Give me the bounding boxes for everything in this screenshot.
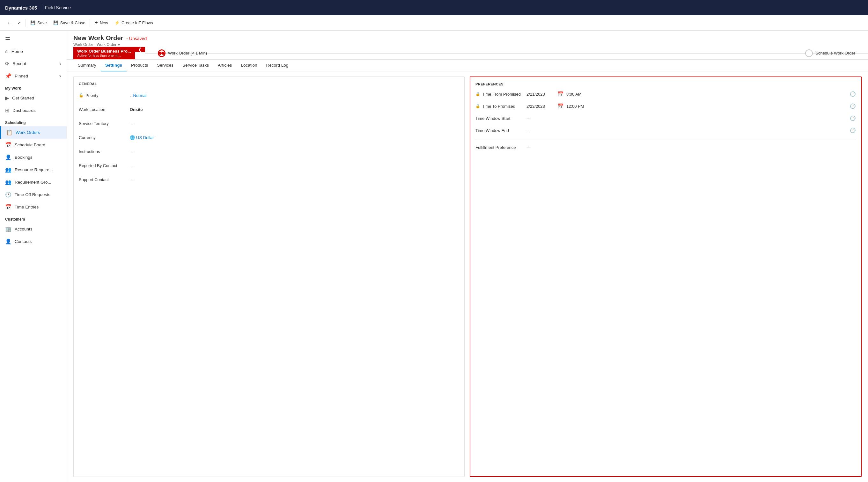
time-window-end-row: Time Window End --- 🕐 xyxy=(475,128,856,133)
tab-articles[interactable]: Articles xyxy=(213,60,236,71)
tab-settings[interactable]: Settings xyxy=(101,60,127,71)
sidebar-item-contacts[interactable]: 👤 Contacts xyxy=(0,235,67,248)
tab-record-log[interactable]: Record Log xyxy=(261,60,293,71)
lock-icon: 🔒 xyxy=(475,92,480,96)
stage-timeline: Work Order (< 1 Min) Schedule Work Order xyxy=(145,50,868,57)
sidebar-item-label: Contacts xyxy=(15,239,32,244)
stage1-label: Work Order (< 1 Min) xyxy=(168,51,207,56)
clock-icon-2[interactable]: 🕐 xyxy=(850,103,856,109)
sidebar-item-dashboards[interactable]: ⊞ Dashboards xyxy=(0,104,67,117)
calendar-icon-2[interactable]: 📅 xyxy=(558,103,564,109)
sidebar-item-work-orders[interactable]: 📋 Work Orders xyxy=(0,126,67,139)
sidebar-item-pinned[interactable]: 📌 Pinned ∨ xyxy=(0,70,67,82)
lock-icon: 🔒 xyxy=(79,93,84,98)
sidebar: ☰ ⌂ Home ⟳ Recent ∨ 📌 Pinned ∨ My Work ▶… xyxy=(0,31,67,482)
time-window-start-value[interactable]: --- xyxy=(526,116,850,121)
active-stage[interactable]: Work Order Business Pro... Active for le… xyxy=(73,47,135,59)
time-from-promised-row: 🔒 Time From Promised 2/21/2023 📅 8:00 AM… xyxy=(475,91,856,97)
new-icon: + xyxy=(94,20,98,26)
reported-by-label: Reported By Contact xyxy=(79,163,130,168)
form-content: GENERAL 🔒 Priority ↕Normal Work Location… xyxy=(67,71,868,482)
user-icon: 👤 xyxy=(5,154,11,160)
recent-icon: ⟳ xyxy=(5,61,9,67)
sidebar-item-schedule-board[interactable]: 📅 Schedule Board xyxy=(0,139,67,151)
instructions-value[interactable]: --- xyxy=(130,149,459,154)
general-section: GENERAL 🔒 Priority ↕Normal Work Location… xyxy=(73,76,465,477)
sidebar-menu-icon[interactable]: ☰ xyxy=(0,31,67,45)
top-nav: Dynamics 365 Field Service xyxy=(0,0,868,15)
back-button[interactable]: ← xyxy=(4,19,14,27)
section-customers: Customers xyxy=(0,213,67,223)
sidebar-item-label: Accounts xyxy=(15,227,33,231)
service-territory-value[interactable]: --- xyxy=(130,121,459,126)
stage-sub: Active for less than one mi... xyxy=(77,54,131,57)
clock-icon: 🕐 xyxy=(5,192,11,198)
work-location-label: Work Location xyxy=(79,107,130,112)
sidebar-item-recent[interactable]: ⟳ Recent ∨ xyxy=(0,57,67,70)
calendar-icon-1[interactable]: 📅 xyxy=(558,91,564,97)
sidebar-item-time-entries[interactable]: 📅 Time Entries xyxy=(0,201,67,213)
clock-icon-4[interactable]: 🕐 xyxy=(850,128,856,133)
support-contact-value[interactable]: --- xyxy=(130,177,459,182)
sidebar-item-time-off-requests[interactable]: 🕐 Time Off Requests xyxy=(0,188,67,201)
calendar2-icon: 📅 xyxy=(5,204,11,210)
save-close-button[interactable]: 💾 Save & Close xyxy=(50,19,89,27)
toolbar-divider-2 xyxy=(90,19,90,27)
stage-bar: Work Order Business Pro... Active for le… xyxy=(67,47,868,60)
tab-products[interactable]: Products xyxy=(127,60,152,71)
currency-label: Currency xyxy=(79,135,130,140)
tab-services[interactable]: Services xyxy=(152,60,178,71)
clock-icon-3[interactable]: 🕐 xyxy=(850,116,856,121)
currency-value[interactable]: 🌐US Dollar xyxy=(130,135,459,140)
reported-by-value[interactable]: --- xyxy=(130,163,459,168)
service-territory-label: Service Territory xyxy=(79,121,130,126)
save-button[interactable]: 💾 Save xyxy=(27,19,50,27)
sidebar-item-bookings[interactable]: 👤 Bookings xyxy=(0,151,67,164)
priority-value[interactable]: ↕Normal xyxy=(130,93,459,98)
toolbar: ← ⤢ 💾 Save 💾 Save & Close + New ⚡ Create… xyxy=(0,15,868,31)
iot-button[interactable]: ⚡ Create IoT Flows xyxy=(111,19,156,27)
breadcrumb-item1[interactable]: Work Order xyxy=(73,42,93,47)
users2-icon: 👥 xyxy=(5,179,11,185)
breadcrumb: Work Order · Work Order ∨ xyxy=(73,42,862,47)
toolbar-divider-1 xyxy=(26,19,26,27)
clock-icon-1[interactable]: 🕐 xyxy=(850,91,856,97)
grid-icon: ⊞ xyxy=(5,107,9,114)
time-from-promised-label: 🔒 Time From Promised xyxy=(475,92,526,97)
time-to-promised-date[interactable]: 2/23/2023 xyxy=(526,104,555,109)
tab-summary[interactable]: Summary xyxy=(73,60,101,71)
share-button[interactable]: ⤢ xyxy=(14,19,24,27)
sidebar-item-label: Resource Require... xyxy=(15,167,53,172)
sidebar-item-resource-require[interactable]: 👥 Resource Require... xyxy=(0,164,67,176)
time-window-end-value[interactable]: --- xyxy=(526,128,850,133)
new-button[interactable]: + New xyxy=(91,18,111,28)
currency-row: Currency 🌐US Dollar xyxy=(79,133,459,142)
sidebar-item-requirement-gro[interactable]: 👥 Requirement Gro... xyxy=(0,176,67,188)
iot-icon: ⚡ xyxy=(115,21,120,25)
sidebar-item-home[interactable]: ⌂ Home xyxy=(0,45,67,57)
instructions-row: Instructions --- xyxy=(79,147,459,156)
share-icon: ⤢ xyxy=(18,21,21,25)
sidebar-item-label: Bookings xyxy=(15,155,33,160)
app-title: Field Service xyxy=(45,5,71,10)
stage-collapse-button[interactable]: ❮ xyxy=(135,47,145,52)
sidebar-item-label: Dashboards xyxy=(12,108,36,113)
fulfillment-preference-value[interactable]: --- xyxy=(526,145,856,150)
pin-icon: 📌 xyxy=(5,73,11,79)
reported-by-row: Reported By Contact --- xyxy=(79,161,459,170)
tab-service-tasks[interactable]: Service Tasks xyxy=(178,60,213,71)
breadcrumb-item2[interactable]: Work Order xyxy=(97,42,116,47)
users-icon: 👥 xyxy=(5,167,11,173)
unsaved-badge: - Unsaved xyxy=(126,36,147,41)
sidebar-item-label: Requirement Gro... xyxy=(15,180,51,185)
main-layout: ☰ ⌂ Home ⟳ Recent ∨ 📌 Pinned ∨ My Work ▶… xyxy=(0,31,868,482)
stage-name: Work Order Business Pro... xyxy=(77,49,131,54)
sidebar-item-accounts[interactable]: 🏢 Accounts xyxy=(0,223,67,235)
breadcrumb-chevron[interactable]: ∨ xyxy=(118,43,120,47)
sidebar-item-get-started[interactable]: ▶ Get Started xyxy=(0,92,67,104)
time-from-promised-date[interactable]: 2/21/2023 xyxy=(526,92,555,97)
stage-circle-2 xyxy=(805,50,813,57)
general-title: GENERAL xyxy=(79,82,459,86)
tab-location[interactable]: Location xyxy=(236,60,261,71)
contact-icon: 👤 xyxy=(5,238,11,245)
